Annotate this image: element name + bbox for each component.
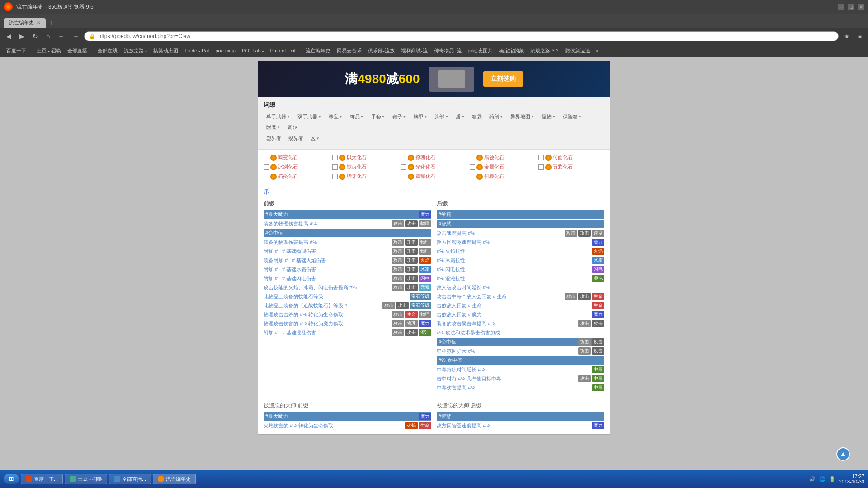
stag-speed-1: 速度 <box>592 230 604 237</box>
gem-icon-撩魂 <box>408 155 414 161</box>
gem-label-斜棱: 斜棱化石 <box>484 173 504 180</box>
menu-enchant[interactable]: 附魔 ▼ <box>264 123 283 131</box>
fprefix-tags-fire: 火焰 生命 <box>405 422 431 429</box>
bm-gifanim[interactable]: gif动态图片 <box>465 47 496 55</box>
bm-gif[interactable]: 搞笑动态图 <box>151 47 181 55</box>
gem-checkbox-朽炎[interactable] <box>264 174 269 179</box>
bm-welfare[interactable]: 福利商城-流 <box>398 47 430 55</box>
bm-poelab[interactable]: POELab - <box>239 47 266 54</box>
suffix-row-critmult: #% 攻法和法术暴击伤害加成 <box>437 328 604 337</box>
home-button[interactable]: ⌂ <box>43 32 52 41</box>
gem-checkbox-以太[interactable] <box>332 155 338 160</box>
bm-tudou[interactable]: 土豆 - 召唤 <box>34 47 64 55</box>
menu-boots[interactable]: 鞋子 ▼ <box>390 113 409 121</box>
minimize-button[interactable]: ─ <box>838 4 844 10</box>
gem-label-五彩: 五彩化石 <box>553 164 573 170</box>
next-button[interactable]: → <box>70 32 81 41</box>
menu-shaper[interactable]: 塑界者 <box>264 134 284 143</box>
tab-label: 流亡编年史 <box>9 19 34 26</box>
bm-legend[interactable]: 传奇物品_流 <box>431 47 464 55</box>
ftag-mana-1: 魔力 <box>592 422 604 429</box>
gem-icon-五彩 <box>545 164 552 170</box>
gem-checkbox-畸变[interactable] <box>264 155 269 160</box>
gem-checkbox-腐蚀[interactable] <box>470 155 475 160</box>
menu-chest[interactable]: 胸甲 ▼ <box>411 113 430 121</box>
tab-close-icon[interactable]: ✕ <box>37 20 40 25</box>
buy-now-button[interactable]: 立刻选购 <box>483 71 523 87</box>
menu-jewel[interactable]: 珠宝 ▼ <box>326 113 345 121</box>
menu-helm[interactable]: 头部 ▼ <box>432 113 451 121</box>
menu-area[interactable]: 区 ▼ <box>308 134 322 143</box>
new-tab-button[interactable]: + <box>49 19 54 28</box>
bm-club[interactable]: 俱乐部-流放 <box>365 47 397 55</box>
bm-trade[interactable]: Trade - Pat <box>182 47 212 54</box>
menu-vaal[interactable]: 瓦尔 <box>285 123 300 131</box>
bm-poe[interactable]: 流放之路 - <box>121 47 150 55</box>
bm-prevent[interactable]: 防侠急速迷 <box>562 47 593 55</box>
stag-atk-2: 攻击 <box>578 230 591 237</box>
settings-button[interactable]: ≡ <box>855 32 864 41</box>
gem-checkbox-冰冽[interactable] <box>264 164 269 170</box>
bookmark-bar: 百度一下... 土豆 - 召唤 全部直播... 全部在线 流放之路 - 搞笑动态… <box>0 44 868 57</box>
gem-checkbox-斜棱[interactable] <box>470 174 475 179</box>
gem-icon-以太 <box>339 155 345 161</box>
menu-dual-weapon[interactable]: 双手武器 ▼ <box>295 113 324 121</box>
active-tab[interactable]: 流亡编年史 ✕ <box>4 18 46 28</box>
bm-baidu[interactable]: 百度一下... <box>4 47 33 55</box>
menu-map[interactable]: 异界地图 ▼ <box>508 113 537 121</box>
menu-single-weapon[interactable]: 单手武器 ▼ <box>264 113 293 121</box>
back-button[interactable]: ◀ <box>4 32 14 41</box>
gem-icon-斜棱 <box>476 174 483 180</box>
gem-checkbox-撩魂[interactable] <box>401 155 406 160</box>
bm-pathofexil[interactable]: Path of Exil... <box>267 47 302 54</box>
bm-all-live[interactable]: 全部直播... <box>65 47 94 55</box>
bm-netease[interactable]: 网易云音乐 <box>334 47 364 55</box>
prefix-tags-lifesteal: 攻击 生命 物理 <box>392 311 431 318</box>
suffix-row-acc: #命中值 攻击 攻击 <box>437 338 604 346</box>
gem-光化: 光化化石 <box>401 164 467 170</box>
tag-mana-1: 魔力 <box>419 320 431 327</box>
prefix-row-addphys: 附加 # - # 基础物理伤害 攻击 攻击 物理 <box>264 247 431 255</box>
bm-all-online[interactable]: 全部在线 <box>95 47 120 55</box>
more-bookmarks-icon[interactable]: » <box>595 47 599 54</box>
menu-elder[interactable]: 裂界者 <box>286 134 306 143</box>
suffix-tags-fireres: 火焰 <box>592 248 604 255</box>
bm-confirm[interactable]: 确定定的象 <box>496 47 527 55</box>
menu-monster[interactable]: 怪物 ▼ <box>539 113 558 121</box>
bookmark-button[interactable]: ★ <box>841 32 853 41</box>
menu-gloves[interactable]: 手套 ▼ <box>368 113 388 121</box>
gem-传面: 传面化石 <box>538 154 604 161</box>
bm-poeninja[interactable]: poe.ninja <box>212 47 238 54</box>
maximize-button[interactable]: □ <box>848 4 854 10</box>
prefix-label-gem2: 此物品上装备的【近战技能石】等级 # <box>264 302 382 309</box>
close-button[interactable]: ✕ <box>858 4 864 10</box>
menu-title: 词缀 <box>264 101 604 109</box>
tag-atk-6: 攻击 <box>405 248 418 255</box>
menu-flask[interactable]: 药剂 ▼ <box>486 113 506 121</box>
gem-checkbox-光化[interactable] <box>401 164 406 170</box>
refresh-button[interactable]: ↻ <box>30 32 41 41</box>
prev-button[interactable]: ← <box>55 32 67 41</box>
gem-label-朽炎: 朽炎化石 <box>278 173 298 180</box>
lock-icon: 🔒 <box>89 33 95 39</box>
address-bar[interactable]: 🔒 https://poedb.tw/cn/mod.php?cn=Claw <box>84 31 838 41</box>
bm-lianghist[interactable]: 流亡编年史 <box>303 47 333 55</box>
menu-shield[interactable]: 盾 ▼ <box>453 113 467 121</box>
fprefix-row-fire: 火焰伤害的 #% 转化为生命偷取 火焰 生命 <box>264 422 431 430</box>
gem-checkbox-金属[interactable] <box>470 164 475 170</box>
prefix-title: 前缀 <box>264 200 431 207</box>
bm-poe32[interactable]: 流放之路 3.2 <box>528 47 561 55</box>
fsuffix-label-int: #智慧 <box>437 412 604 421</box>
forward-button[interactable]: ▶ <box>17 32 27 41</box>
menu-accessory[interactable]: 饰品 ▼ <box>347 113 367 121</box>
gem-checkbox-震颤[interactable] <box>401 174 406 179</box>
menu-bag[interactable]: 箱袋 <box>469 113 485 121</box>
gem-checkbox-锯齿[interactable] <box>332 164 338 170</box>
tag-atk-12: 攻击 <box>405 275 418 282</box>
gem-checkbox-五彩[interactable] <box>538 164 544 170</box>
title-controls[interactable]: ─ □ ✕ <box>838 4 864 10</box>
gem-checkbox-绕牙[interactable] <box>332 174 338 179</box>
gem-checkbox-传面[interactable] <box>538 155 544 160</box>
menu-strongbox[interactable]: 保险箱 ▼ <box>560 113 585 121</box>
prefix-row-phys2: 装备的物理伤害提高 #% 攻击 攻击 物理 <box>264 238 431 246</box>
